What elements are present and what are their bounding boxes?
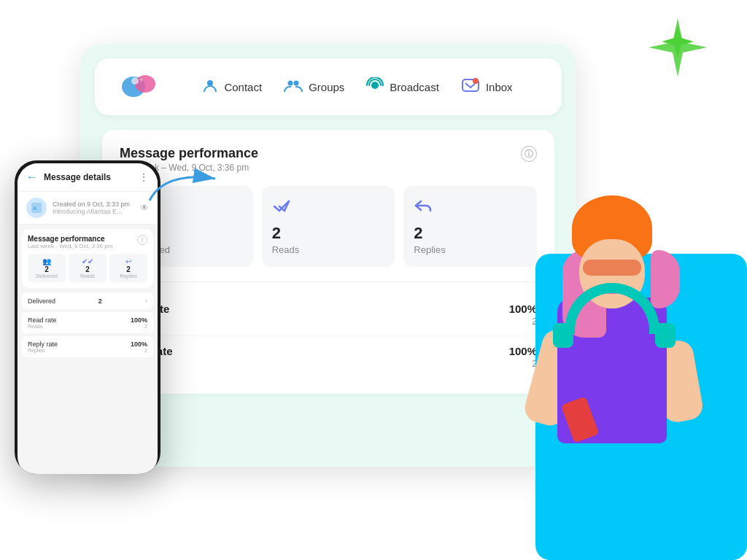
girl-headphone-right <box>655 323 676 348</box>
rate-section: Read rate Reads 100% 2 Reply rate Replie… <box>120 281 537 378</box>
phone-replies-label: Replies <box>113 273 144 279</box>
phone-rate-section: Delivered 2 › Read rate Reads 100% 2 <box>22 292 153 357</box>
phone-header: ← Message details ⋮ <box>18 163 158 192</box>
broadcast-label: Broadcast <box>390 81 439 93</box>
phone-title: Message details <box>44 172 133 182</box>
phone-reads-label: Reads <box>72 273 103 279</box>
phone-read-rate-percent: 100% <box>131 316 147 324</box>
girl-headphone-left <box>553 323 573 348</box>
svg-point-8 <box>294 80 299 85</box>
phone-reply-rate-left: Reply rate Replies <box>28 341 58 353</box>
phone-stat-replies: ↩ 2 Replies <box>109 254 147 282</box>
svg-point-4 <box>131 77 139 85</box>
nav-items-container: Contact Groups <box>175 77 540 97</box>
phone-read-rate-left: Read rate Reads <box>28 316 57 329</box>
phone-screen: ← Message details ⋮ A Created on 9 Oct, … <box>18 163 158 474</box>
nav-item-broadcast[interactable]: Broadcast <box>366 77 439 97</box>
contact-label: Contact <box>224 81 262 93</box>
phone-back-button[interactable]: ← <box>26 171 38 184</box>
girl-sunglasses <box>583 260 641 276</box>
phone-delivered-rate-title: Delivered <box>28 298 55 305</box>
svg-point-11 <box>473 78 479 84</box>
phone-reads-count: 2 <box>72 265 103 273</box>
phone-reply-rate-row: Reply rate Replies 100% 2 <box>22 336 153 357</box>
phone-stat-delivered: 👥 2 Delivered <box>28 254 66 282</box>
phone-read-rate-count: 2 <box>131 324 147 329</box>
broadcast-icon <box>366 77 384 97</box>
groups-icon <box>284 77 303 97</box>
phone-delivered-rate-right: 2 <box>98 298 102 305</box>
girl-hair-right <box>651 250 680 308</box>
inbox-icon <box>461 77 480 97</box>
mobile-phone: ← Message details ⋮ A Created on 9 Oct, … <box>15 160 160 474</box>
phone-delivered-row: Delivered 2 › <box>22 292 153 309</box>
reads-label: Reads <box>272 244 385 255</box>
phone-replies-icon: ↩ <box>113 257 144 265</box>
reads-count: 2 <box>272 224 385 243</box>
phone-perf-card: Message performance Last week - Wed, 9 O… <box>22 229 153 288</box>
phone-info-icon: i <box>137 235 147 245</box>
phone-avatar: A <box>26 198 47 218</box>
stat-reads: 2 Reads <box>262 186 395 267</box>
sparkle-decoration <box>645 15 703 73</box>
phone-msg-preview: Introducing Atlantaa Enclave, Shilphata … <box>53 208 125 215</box>
phone-reply-rate-percent: 100% <box>131 341 147 348</box>
groups-label: Groups <box>309 81 344 93</box>
svg-point-7 <box>288 80 293 85</box>
phone-message-info: A Created on 9 Oct, 3:33 pm Introducing … <box>18 192 158 225</box>
phone-chevron-icon: › <box>145 297 147 305</box>
svg-point-6 <box>207 80 213 86</box>
navigation-bar: ? Contact <box>95 58 562 115</box>
contact-icon <box>202 77 218 97</box>
nav-item-groups[interactable]: Groups <box>284 77 344 97</box>
read-rate-row: Read rate Reads 100% 2 <box>120 294 537 336</box>
phone-reply-rate-right: 100% 2 <box>131 341 147 353</box>
phone-perf-title: Message performance <box>28 235 112 243</box>
phone-delivered-rate-left: Delivered <box>28 298 55 305</box>
inbox-label: Inbox <box>486 81 513 93</box>
phone-msg-text: Created on 9 Oct, 3:33 pm Introducing At… <box>53 201 134 215</box>
svg-marker-1 <box>662 26 694 58</box>
phone-replies-count: 2 <box>113 265 144 273</box>
phone-stats-row: 👥 2 Delivered ✔✔ 2 Reads ↩ 2 Replies <box>28 254 147 282</box>
app-logo: ? <box>117 69 160 105</box>
svg-text:?: ? <box>139 77 143 84</box>
phone-read-rate-row: Read rate Reads 100% 2 <box>22 312 153 333</box>
phone-reply-rate-subtitle: Replies <box>28 348 58 353</box>
girl-figure <box>499 188 725 560</box>
phone-stat-reads: ✔✔ 2 Reads <box>69 254 107 282</box>
phone-delivered-label: Delivered <box>31 273 62 279</box>
info-button[interactable]: ⓘ <box>521 146 537 162</box>
phone-perf-sub: Last week - Wed, 9 Oct, 3:36 pm <box>28 243 112 249</box>
phone-delivered-rate-count: 2 <box>98 298 102 305</box>
phone-delivered-count: 2 <box>31 265 62 273</box>
phone-perf-header: Message performance Last week - Wed, 9 O… <box>28 235 112 249</box>
nav-item-inbox[interactable]: Inbox <box>461 77 513 97</box>
girl-illustration <box>477 181 725 560</box>
phone-read-rate-right: 100% 2 <box>131 316 147 329</box>
phone-read-rate-title: Read rate <box>28 316 57 324</box>
phone-delivered-icon: 👥 <box>31 257 62 265</box>
phone-reads-icon: ✔✔ <box>72 257 103 265</box>
phone-read-rate-subtitle: Reads <box>28 324 57 329</box>
reads-icon <box>272 198 385 218</box>
svg-point-3 <box>135 75 155 93</box>
svg-text:A: A <box>33 205 37 211</box>
arrow-decoration <box>142 157 222 211</box>
nav-item-contact[interactable]: Contact <box>202 77 262 97</box>
phone-reply-rate-title: Reply rate <box>28 341 58 348</box>
phone-reply-rate-count: 2 <box>131 348 147 353</box>
reply-rate-row: Reply rate Replies 100% 2 <box>120 336 537 378</box>
svg-point-9 <box>371 82 379 89</box>
phone-msg-date: Created on 9 Oct, 3:33 pm <box>53 201 134 208</box>
